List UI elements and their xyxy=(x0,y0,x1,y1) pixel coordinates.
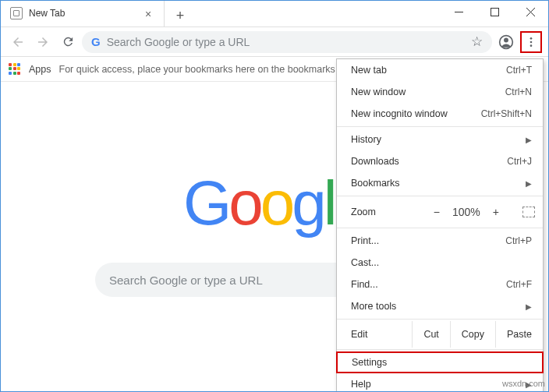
window-controls xyxy=(441,1,548,23)
menu-separator xyxy=(337,126,543,127)
maximize-button[interactable] xyxy=(476,1,512,23)
address-bar[interactable]: G Search Google or type a URL ☆ xyxy=(82,31,492,53)
apps-icon[interactable] xyxy=(9,63,21,76)
edit-copy-button[interactable]: Copy xyxy=(450,321,495,348)
more-menu-button[interactable] xyxy=(520,31,542,53)
menu-settings[interactable]: Settings xyxy=(336,351,544,373)
minimize-button[interactable] xyxy=(441,1,476,23)
svg-rect-0 xyxy=(455,12,463,12)
forward-button[interactable] xyxy=(32,31,54,53)
menu-edit-row: Edit Cut Copy Paste xyxy=(337,321,543,348)
chevron-right-icon: ▶ xyxy=(526,136,532,144)
address-bar-placeholder: Search Google or type a URL xyxy=(107,36,465,48)
menu-cast[interactable]: Cast... xyxy=(337,252,543,274)
menu-zoom-row: Zoom − 100% + xyxy=(337,198,543,226)
zoom-in-button[interactable]: + xyxy=(493,206,499,218)
svg-rect-1 xyxy=(491,8,498,16)
zoom-value: 100% xyxy=(452,206,480,218)
menu-separator xyxy=(337,349,543,350)
close-window-button[interactable] xyxy=(512,1,548,23)
title-bar: New Tab × + xyxy=(1,1,548,27)
menu-separator xyxy=(337,319,543,320)
svg-point-3 xyxy=(504,37,508,42)
reload-button[interactable] xyxy=(57,31,79,53)
tab-title: New Tab xyxy=(29,8,139,19)
zoom-label: Zoom xyxy=(351,207,434,217)
chrome-menu: New tabCtrl+T New windowCtrl+N New incog… xyxy=(336,58,544,392)
bookmark-hint: For quick access, place your bookmarks h… xyxy=(59,64,349,75)
toolbar: G Search Google or type a URL ☆ xyxy=(1,27,548,57)
menu-separator xyxy=(337,228,543,228)
menu-print[interactable]: Print...Ctrl+P xyxy=(337,230,543,252)
chevron-right-icon: ▶ xyxy=(526,302,532,311)
tab-favicon xyxy=(10,7,23,19)
new-tab-button[interactable]: + xyxy=(169,5,191,26)
google-g-icon: G xyxy=(91,35,101,48)
svg-point-5 xyxy=(530,41,533,43)
menu-new-window[interactable]: New windowCtrl+N xyxy=(337,81,543,103)
browser-tab[interactable]: New Tab × xyxy=(1,0,165,26)
menu-history[interactable]: History▶ xyxy=(337,129,543,150)
back-button[interactable] xyxy=(7,31,29,53)
fullscreen-icon[interactable] xyxy=(522,207,535,217)
svg-point-6 xyxy=(530,44,533,47)
menu-downloads[interactable]: DownloadsCtrl+J xyxy=(337,150,543,172)
menu-more-tools[interactable]: More tools▶ xyxy=(337,295,543,317)
menu-separator xyxy=(337,196,543,196)
profile-icon[interactable] xyxy=(495,31,517,53)
chevron-right-icon: ▶ xyxy=(526,179,532,188)
close-tab-icon[interactable]: × xyxy=(145,8,156,19)
menu-new-tab[interactable]: New tabCtrl+T xyxy=(337,59,543,81)
watermark: wsxdn.com xyxy=(502,379,545,388)
edit-label: Edit xyxy=(351,329,412,340)
edit-paste-button[interactable]: Paste xyxy=(495,321,543,348)
menu-incognito[interactable]: New incognito windowCtrl+Shift+N xyxy=(337,103,543,125)
star-icon[interactable]: ☆ xyxy=(471,34,483,50)
menu-find[interactable]: Find...Ctrl+F xyxy=(337,274,543,295)
edit-cut-button[interactable]: Cut xyxy=(412,321,449,348)
zoom-out-button[interactable]: − xyxy=(434,206,440,218)
svg-point-4 xyxy=(530,37,533,40)
apps-label[interactable]: Apps xyxy=(29,64,51,75)
menu-bookmarks[interactable]: Bookmarks▶ xyxy=(337,172,543,194)
